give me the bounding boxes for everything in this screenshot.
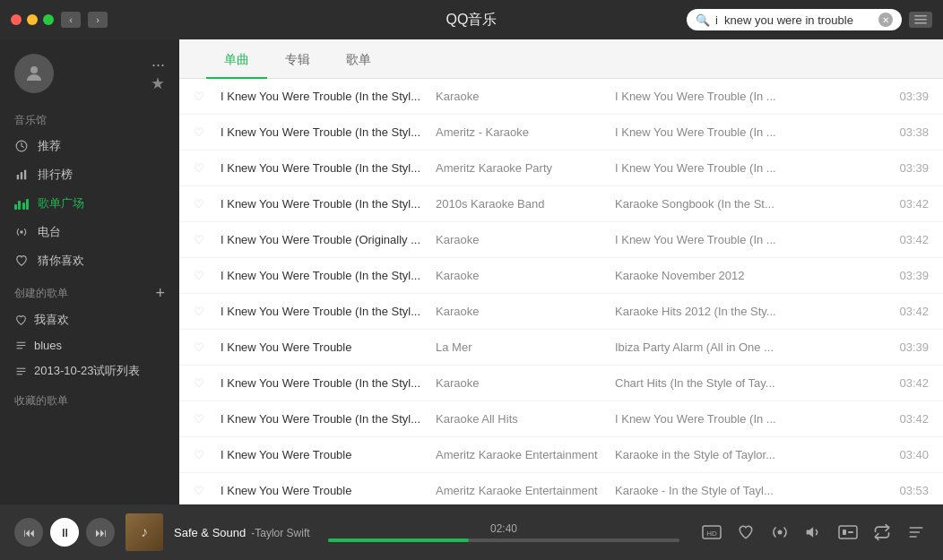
sidebar-item-playlist-square[interactable]: 歌单广场	[0, 189, 179, 218]
queue-button[interactable]	[835, 520, 861, 545]
volume-button[interactable]	[801, 520, 826, 545]
album-thumbnail: ♪	[125, 513, 163, 551]
song-artist-2: Ameritz Karaoke Party	[436, 161, 615, 175]
playlist-label-2013: 2013-10-23试听列表	[34, 363, 141, 379]
sidebar-playlist-2013[interactable]: 2013-10-23试听列表	[0, 358, 179, 384]
svg-rect-25	[910, 536, 917, 538]
pause-button[interactable]: ⏸	[50, 518, 79, 547]
window-control-button[interactable]	[909, 12, 932, 28]
song-row[interactable]: ♡ I Knew You Were Trouble Ameritz Karaok…	[179, 473, 943, 504]
add-playlist-button[interactable]: +	[155, 284, 165, 303]
heart-icon-4[interactable]: ♡	[194, 233, 221, 246]
song-title-11: I Knew You Were Trouble	[221, 484, 436, 497]
sidebar-playlist-woxihuan[interactable]: 我喜欢	[0, 306, 179, 333]
playlist-queue-button[interactable]	[904, 520, 929, 545]
heart-icon-3[interactable]: ♡	[194, 197, 221, 211]
back-button[interactable]: ‹	[61, 12, 81, 28]
maximize-button[interactable]	[43, 14, 54, 25]
avatar[interactable]	[14, 54, 54, 93]
tabs-bar: 单曲 专辑 歌单	[179, 39, 943, 79]
song-row[interactable]: ♡ I Knew You Were Trouble (In the Styl..…	[179, 186, 943, 222]
song-duration-4: 03:42	[866, 233, 929, 246]
sidebar-item-chart[interactable]: 排行榜	[0, 160, 179, 189]
sidebar-item-radio[interactable]: 电台	[0, 218, 179, 246]
heart-icon-11[interactable]: ♡	[194, 484, 221, 497]
song-title-8: I Knew You Were Trouble (In the Styl...	[221, 376, 436, 390]
repeat-button[interactable]	[869, 520, 895, 545]
main-area: ··· 音乐馆 推荐 排行榜	[0, 39, 943, 504]
song-title-9: I Knew You Were Trouble (In the Styl...	[221, 412, 436, 426]
heart-icon-2[interactable]: ♡	[194, 161, 221, 175]
hd-button[interactable]: HD	[699, 520, 724, 545]
search-box[interactable]: 🔍 ✕	[687, 9, 902, 30]
svg-point-3	[30, 66, 38, 73]
player-controls: ⏮ ⏸ ⏭	[14, 518, 115, 547]
song-artist-8: Karaoke	[436, 376, 615, 390]
song-duration-2: 03:39	[866, 161, 929, 175]
song-artist-5: Karaoke	[436, 269, 615, 282]
time-display: 02:40	[490, 522, 517, 535]
song-row[interactable]: ♡ I Knew You Were Trouble (In the Styl..…	[179, 366, 943, 401]
radio-player-button[interactable]	[767, 520, 792, 545]
search-clear-button[interactable]: ✕	[878, 13, 893, 27]
song-duration-5: 03:39	[866, 269, 929, 282]
prev-button[interactable]: ⏮	[14, 518, 43, 547]
song-artist-9: Karaoke All Hits	[436, 412, 615, 426]
heart-icon-6[interactable]: ♡	[194, 305, 221, 318]
search-input[interactable]	[715, 13, 873, 27]
heart-icon-10[interactable]: ♡	[194, 448, 221, 461]
svg-rect-0	[914, 15, 927, 17]
song-title-4: I Knew You Were Trouble (Originally ...	[221, 233, 436, 246]
vip-icon	[151, 76, 165, 90]
heart-icon-7[interactable]: ♡	[194, 340, 221, 354]
song-title-0: I Knew You Were Trouble (In the Styl...	[221, 90, 436, 103]
progress-section: 02:40	[328, 522, 679, 542]
song-row[interactable]: ♡ I Knew You Were Trouble (In the Styl..…	[179, 294, 943, 330]
like-button[interactable]	[733, 520, 758, 545]
more-options-button[interactable]: ···	[151, 56, 165, 73]
song-duration-8: 03:42	[866, 376, 929, 390]
heart-icon-5[interactable]: ♡	[194, 269, 221, 282]
song-album-11: Karaoke - In the Style of Tayl...	[615, 484, 866, 497]
song-row[interactable]: ♡ I Knew You Were Trouble (In the Styl..…	[179, 401, 943, 437]
song-title-3: I Knew You Were Trouble (In the Styl...	[221, 197, 436, 211]
song-row[interactable]: ♡ I Knew You Were Trouble (In the Styl..…	[179, 258, 943, 294]
heart-icon-8[interactable]: ♡	[194, 376, 221, 390]
sidebar-playlist-blues[interactable]: blues	[0, 333, 179, 358]
song-row[interactable]: ♡ I Knew You Were Trouble (Originally ..…	[179, 222, 943, 258]
song-artist-11: Ameritz Karaoke Entertainment	[436, 484, 615, 497]
tab-singles[interactable]: 单曲	[206, 39, 267, 79]
song-duration-3: 03:42	[866, 197, 929, 211]
song-title-6: I Knew You Were Trouble (In the Styl...	[221, 305, 436, 318]
song-album-3: Karaoke Songbook (In the St...	[615, 197, 866, 211]
forward-button[interactable]: ›	[88, 12, 108, 28]
sidebar-item-recommend[interactable]: 推荐	[0, 132, 179, 160]
tab-playlists[interactable]: 歌单	[328, 39, 389, 79]
song-title-1: I Knew You Were Trouble (In the Styl...	[221, 125, 436, 139]
progress-bar[interactable]	[328, 538, 679, 542]
svg-rect-23	[910, 527, 923, 529]
heart-icon-9[interactable]: ♡	[194, 412, 221, 426]
song-duration-0: 03:39	[866, 90, 929, 103]
song-duration-7: 03:39	[866, 340, 929, 354]
tab-albums[interactable]: 专辑	[267, 39, 328, 79]
heart-icon-1[interactable]: ♡	[194, 125, 221, 139]
minimize-button[interactable]	[27, 14, 38, 25]
song-row[interactable]: ♡ I Knew You Were Trouble Ameritz Karaok…	[179, 437, 943, 473]
sidebar-section-collected-label: 收藏的歌单	[0, 384, 179, 412]
close-button[interactable]	[11, 14, 22, 25]
playlist-list-icon-2013	[14, 365, 27, 377]
svg-rect-2	[914, 22, 927, 24]
song-list: ♡ I Knew You Were Trouble (In the Styl..…	[179, 79, 943, 504]
song-row[interactable]: ♡ I Knew You Were Trouble (In the Styl..…	[179, 79, 943, 115]
heart-icon-0[interactable]: ♡	[194, 90, 221, 103]
song-artist-1: Ameritz - Karaoke	[436, 125, 615, 139]
song-row[interactable]: ♡ I Knew You Were Trouble La Mer Ibiza P…	[179, 330, 943, 366]
song-row[interactable]: ♡ I Knew You Were Trouble (In the Styl..…	[179, 151, 943, 186]
svg-rect-24	[910, 531, 921, 533]
next-button[interactable]: ⏭	[86, 518, 115, 547]
song-duration-10: 03:40	[866, 448, 929, 461]
svg-rect-10	[16, 345, 25, 346]
song-row[interactable]: ♡ I Knew You Were Trouble (In the Styl..…	[179, 115, 943, 151]
sidebar-item-discover[interactable]: 猜你喜欢	[0, 246, 179, 275]
